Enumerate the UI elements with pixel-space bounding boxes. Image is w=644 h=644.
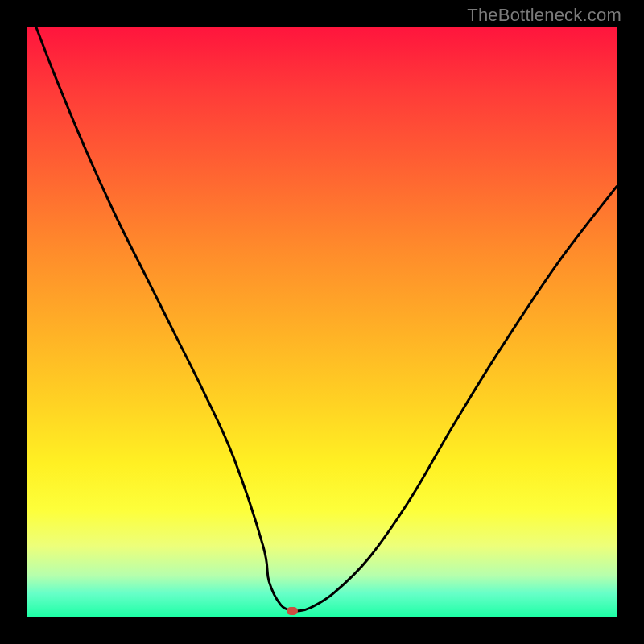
optimal-marker bbox=[287, 607, 298, 615]
watermark-text: TheBottleneck.com bbox=[467, 5, 621, 26]
plot-area bbox=[27, 27, 617, 617]
chart-frame: TheBottleneck.com bbox=[0, 0, 644, 644]
bottleneck-curve bbox=[27, 27, 617, 617]
